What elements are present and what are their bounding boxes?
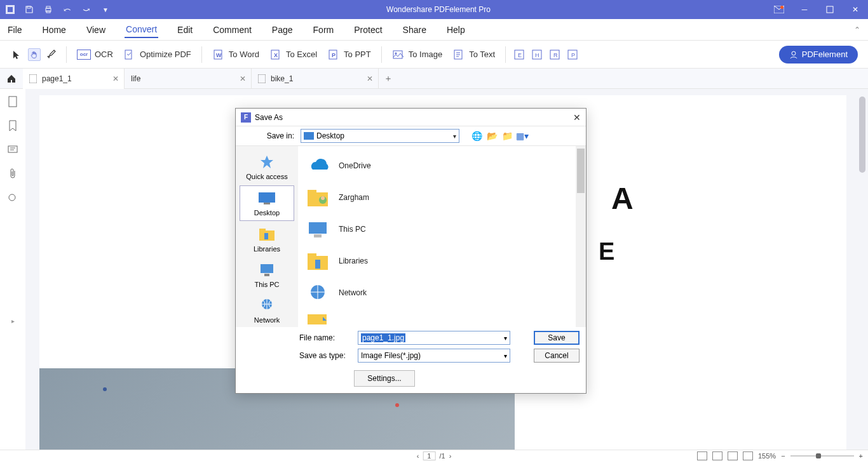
mail-icon[interactable] xyxy=(766,0,792,19)
settings-button[interactable]: Settings... xyxy=(354,370,415,387)
user-icon xyxy=(789,50,798,59)
search-panel-icon[interactable] xyxy=(6,192,19,204)
maximize-button[interactable] xyxy=(817,0,843,19)
list-item[interactable]: Libraries xyxy=(302,245,582,277)
document-tab-2[interactable]: life ✕ xyxy=(125,69,252,89)
collapse-ribbon-icon[interactable]: ⌃ xyxy=(854,25,860,34)
menu-file[interactable]: File xyxy=(6,22,24,37)
menu-edit[interactable]: Edit xyxy=(176,22,194,37)
add-tab-button[interactable]: ＋ xyxy=(379,73,398,84)
pdfelement-account-button[interactable]: PDFelement xyxy=(779,46,858,63)
left-panel-strip: ▸ xyxy=(0,89,25,324)
svg-text:P: P xyxy=(571,52,575,58)
tab-close-icon[interactable]: ✕ xyxy=(367,74,373,83)
chevron-down-icon[interactable]: ▾ xyxy=(504,335,507,342)
attachments-icon[interactable] xyxy=(6,168,19,180)
place-network[interactable]: Network xyxy=(240,293,294,328)
list-item[interactable]: Zargham xyxy=(302,182,582,213)
convert-h-icon[interactable]: H xyxy=(531,48,544,61)
svg-rect-15 xyxy=(393,51,402,58)
menu-page[interactable]: Page xyxy=(271,22,294,37)
svg-rect-41 xyxy=(308,190,316,194)
to-ppt-button[interactable]: PTo PPT xyxy=(325,46,374,63)
doc-icon xyxy=(258,74,266,83)
libraries-list-icon xyxy=(306,248,331,274)
optimize-button[interactable]: Optimize PDF xyxy=(121,46,194,63)
document-tab-1[interactable]: page1_1 ✕ xyxy=(23,69,125,89)
file-list[interactable]: OneDrive Zargham This PC Libraries Netwo… xyxy=(298,146,586,327)
list-item[interactable]: This PC xyxy=(302,213,582,245)
file-name-input[interactable]: page1_1.jpg ▾ xyxy=(358,331,510,345)
menu-share[interactable]: Share xyxy=(402,22,428,37)
save-type-select[interactable]: Image Files(*.jpg) ▾ xyxy=(358,349,510,363)
home-tab-button[interactable] xyxy=(0,69,23,89)
zoom-in-icon[interactable]: + xyxy=(859,452,863,460)
page-current: 1 xyxy=(423,451,435,460)
nav-newfolder-icon[interactable]: 📁 xyxy=(501,130,513,142)
convert-e-icon[interactable]: E xyxy=(513,48,526,61)
menu-protect[interactable]: Protect xyxy=(353,22,383,37)
convert-p-icon[interactable]: P xyxy=(567,48,580,61)
to-text-button[interactable]: To Text xyxy=(450,46,498,63)
select-tool-icon[interactable] xyxy=(10,48,23,61)
print-icon[interactable] xyxy=(43,4,53,15)
undo-icon[interactable]: ⤺ xyxy=(62,4,72,15)
view-facing-continuous-icon[interactable] xyxy=(743,451,753,460)
save-icon[interactable] xyxy=(24,4,34,15)
chevron-down-icon[interactable]: ▾ xyxy=(504,352,507,359)
nav-back-icon[interactable]: 🌐 xyxy=(471,130,482,142)
close-window-button[interactable]: ✕ xyxy=(843,0,868,19)
menu-help[interactable]: Help xyxy=(445,22,466,37)
minimize-button[interactable]: ─ xyxy=(792,0,817,19)
ocr-button[interactable]: ocrOCR xyxy=(74,46,116,63)
comments-icon[interactable] xyxy=(6,144,19,156)
menu-form[interactable]: Form xyxy=(312,22,336,37)
tab-close-icon[interactable]: ✕ xyxy=(112,74,119,83)
redo-icon[interactable]: ⤻ xyxy=(81,4,92,15)
to-excel-button[interactable]: XTo Excel xyxy=(267,46,320,63)
convert-r-icon[interactable]: R xyxy=(549,48,562,61)
list-item[interactable]: OneDrive xyxy=(302,150,582,182)
thumbnails-icon[interactable] xyxy=(6,95,19,108)
page-text-a: A xyxy=(611,181,634,216)
cancel-button[interactable]: Cancel xyxy=(534,349,580,363)
menu-comment[interactable]: Comment xyxy=(212,22,253,37)
menu-view[interactable]: View xyxy=(85,22,107,37)
place-desktop[interactable]: Desktop xyxy=(240,185,294,221)
status-bar: ‹ 1 /1 › 155% − + xyxy=(0,450,868,461)
nav-view-icon[interactable]: ▦▾ xyxy=(517,130,528,142)
qat-dropdown-icon[interactable]: ▼ xyxy=(100,4,111,15)
zoom-out-icon[interactable]: − xyxy=(781,452,785,460)
nav-up-icon[interactable]: 📂 xyxy=(486,130,498,142)
menu-home[interactable]: Home xyxy=(41,22,67,37)
page-prev-icon[interactable]: ‹ xyxy=(417,452,419,460)
save-button[interactable]: Save xyxy=(534,331,580,345)
tab-label: page1_1 xyxy=(42,74,72,83)
dialog-close-button[interactable]: ✕ xyxy=(573,112,581,123)
file-list-scrollbar[interactable] xyxy=(576,146,586,327)
zoom-slider[interactable] xyxy=(790,455,854,457)
edit-tool-icon[interactable] xyxy=(46,48,58,61)
list-item[interactable]: Network xyxy=(302,277,582,309)
expand-panel-icon[interactable]: ▸ xyxy=(11,317,15,324)
to-image-button[interactable]: To Image xyxy=(390,46,445,63)
to-word-button[interactable]: WTo Word xyxy=(210,46,262,63)
view-facing-icon[interactable] xyxy=(728,451,738,460)
hand-tool-icon[interactable] xyxy=(28,48,41,61)
bookmarks-icon[interactable] xyxy=(6,119,19,132)
image-icon xyxy=(392,48,405,61)
save-in-select[interactable]: Desktop ▾ xyxy=(301,129,459,143)
tab-close-icon[interactable]: ✕ xyxy=(240,74,246,83)
app-logo-icon xyxy=(5,4,15,15)
document-tab-3[interactable]: bike_1 ✕ xyxy=(252,69,379,89)
view-continuous-icon[interactable] xyxy=(712,451,722,460)
menu-convert[interactable]: Convert xyxy=(125,22,158,38)
list-item[interactable] xyxy=(302,309,582,327)
place-libraries[interactable]: Libraries xyxy=(240,222,294,257)
save-type-label: Save as type: xyxy=(299,351,351,360)
vertical-scrollbar[interactable] xyxy=(859,97,865,173)
view-single-icon[interactable] xyxy=(697,451,707,460)
place-quick-access[interactable]: Quick access xyxy=(240,150,294,184)
page-next-icon[interactable]: › xyxy=(449,452,452,460)
place-this-pc[interactable]: This PC xyxy=(240,258,294,292)
